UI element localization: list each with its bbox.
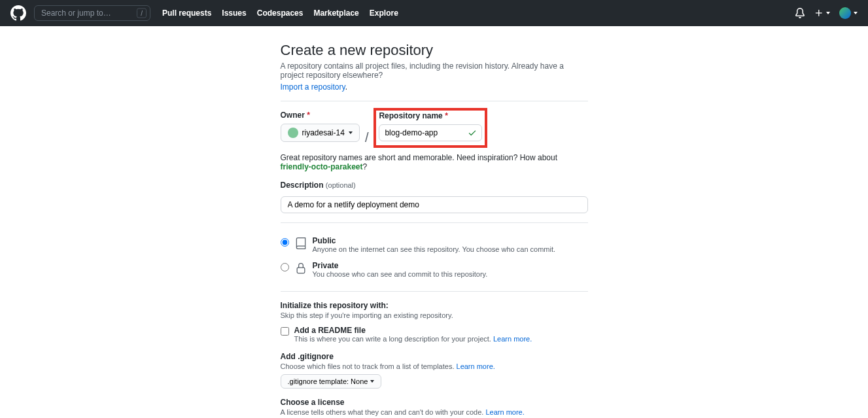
repo-icon [294,237,307,250]
user-menu[interactable] [839,7,858,19]
main-content: Create a new repository A repository con… [281,26,588,418]
nav-explore[interactable]: Explore [370,9,398,18]
avatar [839,7,851,19]
hint-text: Great repository names are short and mem… [281,153,558,162]
owner-column: Owner * riyadesai-14 [281,111,360,142]
visibility-group: Public Anyone on the internet can see th… [281,232,588,282]
separator [281,291,588,292]
readme-learn-more[interactable]: Learn more. [493,335,532,343]
gitignore-section: Add .gitignore Choose which files not to… [281,352,588,389]
description-input[interactable] [281,196,588,213]
github-logo-icon[interactable] [10,5,26,21]
gitignore-title: Add .gitignore [281,352,588,361]
subtitle-text: A repository contains all project files,… [281,61,564,80]
public-desc: Anyone on the internet can see this repo… [313,245,556,253]
nav-links: Pull requests Issues Codespaces Marketpl… [162,9,398,18]
name-hint: Great repository names are short and mem… [281,153,588,171]
repo-name-input[interactable] [379,124,482,141]
chevron-down-icon [826,12,830,14]
nav-codespaces[interactable]: Codespaces [257,9,304,18]
global-header: / Pull requests Issues Codespaces Market… [0,0,868,26]
license-section: Choose a license A license tells others … [281,398,588,418]
search-input[interactable] [34,5,150,21]
name-suggestion-link[interactable]: friendly-octo-parakeet [281,162,363,171]
owner-avatar-icon [288,128,298,138]
repo-name-label: Repository name * [379,111,482,120]
init-desc: Skip this step if you're importing an ex… [281,311,588,319]
readme-row: Add a README file This is where you can … [281,326,588,343]
owner-label: Owner * [281,111,360,120]
license-learn-more[interactable]: Learn more. [485,408,524,416]
separator [281,222,588,223]
nav-issues[interactable]: Issues [222,9,246,18]
gitignore-desc: Choose which files not to track from a l… [281,362,588,370]
lock-icon [294,262,307,275]
private-radio[interactable] [281,263,289,271]
readme-checkbox[interactable] [281,327,289,336]
svg-rect-0 [297,268,305,273]
header-right [795,7,858,19]
public-title: Public [313,236,556,245]
search-slash-hint: / [137,9,147,18]
gitignore-dropdown[interactable]: .gitignore template: None [281,374,382,389]
license-title: Choose a license [281,398,588,407]
nav-marketplace[interactable]: Marketplace [313,9,358,18]
add-dropdown[interactable] [814,9,830,18]
chevron-down-icon [854,12,858,14]
owner-repo-row: Owner * riyadesai-14 / Repository name * [281,111,588,148]
import-repository-link[interactable]: Import a repository [281,82,345,92]
check-icon [468,128,477,137]
visibility-public-option[interactable]: Public Anyone on the internet can see th… [281,232,588,257]
public-radio[interactable] [281,238,289,247]
private-title: Private [313,261,488,270]
readme-desc: This is where you can write a long descr… [294,335,532,343]
private-desc: You choose who can see and commit to thi… [313,270,488,278]
owner-dropdown[interactable]: riyadesai-14 [281,124,360,142]
page-subtitle: A repository contains all project files,… [281,61,588,80]
separator [281,101,588,101]
page-title: Create a new repository [281,42,588,59]
repo-name-highlight-box: Repository name * [373,108,487,148]
repo-name-column: Repository name * [379,111,482,141]
readme-title: Add a README file [294,326,532,335]
path-slash: / [365,130,369,148]
search-wrapper: / [34,5,150,21]
visibility-private-option[interactable]: Private You choose who can see and commi… [281,257,588,282]
notifications-icon[interactable] [795,8,805,18]
chevron-down-icon [370,380,374,383]
gitignore-learn-more[interactable]: Learn more. [457,362,495,370]
license-desc: A license tells others what they can and… [281,408,588,416]
owner-value: riyadesai-14 [302,128,345,137]
nav-pull-requests[interactable]: Pull requests [162,9,211,18]
init-title: Initialize this repository with: [281,301,588,310]
description-label: Description (optional) [281,181,588,190]
chevron-down-icon [349,131,353,134]
gitignore-button-label: .gitignore template: None [288,377,368,385]
